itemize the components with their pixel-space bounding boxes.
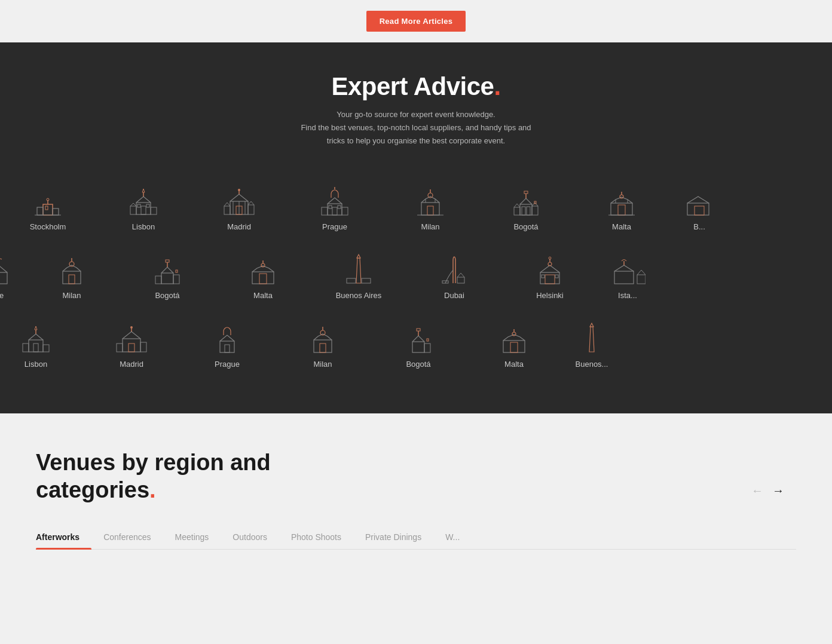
lisbon-icon (126, 183, 161, 216)
buenos-partial-icon (574, 321, 610, 354)
city-name-malta2: Malta (253, 291, 273, 300)
svg-rect-108 (424, 344, 430, 352)
bogota-icon (508, 183, 544, 216)
svg-rect-1 (45, 206, 48, 210)
city-item-milan2[interactable]: Milan (24, 246, 120, 303)
madrid-icon (221, 183, 257, 216)
svg-rect-44 (532, 206, 538, 215)
tab-meetings[interactable]: Meetings (175, 528, 221, 549)
svg-rect-94 (129, 344, 134, 352)
svg-rect-80 (555, 275, 558, 278)
city-item-helsinki[interactable]: Helsinki (502, 246, 598, 303)
city-item-malta[interactable]: Malta (574, 177, 669, 234)
svg-rect-73 (457, 277, 464, 283)
city-item-madrid2[interactable]: Madrid (84, 315, 179, 372)
city-item-prague2[interactable]: Prague (179, 315, 275, 372)
svg-rect-93 (123, 339, 140, 352)
city-item-prague[interactable]: Prague (287, 177, 383, 234)
tab-photo-shoots[interactable]: Photo Shoots (291, 528, 353, 549)
city-item-istanbul[interactable]: Ista... (598, 246, 657, 303)
bogota2-icon (149, 252, 185, 285)
svg-rect-99 (220, 341, 234, 352)
city-name-milan3: Milan (313, 360, 332, 369)
svg-point-48 (620, 195, 623, 198)
city-item-milan[interactable]: Milan (383, 177, 478, 234)
svg-marker-68 (356, 258, 361, 283)
city-item-malta2[interactable]: Malta (215, 246, 311, 303)
city-item-bogota2[interactable]: Bogotá (120, 246, 215, 303)
city-item-bogota[interactable]: Bogotá (478, 177, 574, 234)
tab-afterworks[interactable]: Afterworks (36, 528, 91, 549)
city-item-bogota3[interactable]: Bogotá (371, 315, 466, 372)
cities-row1: Stockholm (0, 171, 832, 240)
svg-rect-34 (427, 206, 433, 215)
city-item-milan3[interactable]: Milan (275, 315, 371, 372)
svg-marker-115 (590, 323, 594, 327)
svg-marker-90 (35, 326, 37, 330)
svg-rect-53 (0, 272, 7, 284)
svg-rect-52 (695, 206, 704, 215)
read-more-button[interactable]: Read More Articles (366, 11, 466, 32)
city-name-prague: Prague (322, 222, 347, 231)
svg-rect-9 (137, 204, 140, 207)
dubai-icon (436, 252, 472, 285)
svg-rect-47 (618, 205, 625, 215)
svg-rect-4 (37, 207, 43, 215)
svg-rect-43 (514, 207, 520, 215)
prague2-icon (209, 321, 245, 354)
svg-rect-100 (225, 345, 230, 352)
prague-icon (317, 183, 353, 216)
tab-partial[interactable]: W... (445, 528, 472, 549)
venues-title: Venues by region and categories. (36, 449, 271, 504)
bogota3-icon (400, 321, 436, 354)
cities-row2: ...gue Milan (0, 240, 796, 309)
cities-row3-container: ...holm Lisbon (0, 309, 760, 378)
malta-icon (604, 183, 640, 216)
city-item-lisbon2[interactable]: Lisbon (0, 315, 84, 372)
city-name-madrid: Madrid (227, 222, 251, 231)
svg-rect-28 (338, 206, 341, 208)
city-item-malta3[interactable]: Malta (466, 315, 562, 372)
partial-prague-icon (0, 252, 12, 285)
city-item-madrid[interactable]: Madrid (191, 177, 287, 234)
city-item-partial1[interactable]: B... (669, 177, 729, 234)
tab-private-dinings[interactable]: Private Dinings (365, 528, 433, 549)
svg-rect-79 (542, 275, 545, 278)
madrid2-icon (114, 321, 149, 354)
lisbon2-icon (18, 321, 54, 354)
city-name-dubai: Dubai (444, 291, 464, 300)
venues-section: Venues by region and categories. ← → Aft… (0, 413, 832, 550)
city-name-partial1: B... (693, 222, 705, 231)
tab-outdoors[interactable]: Outdoors (233, 528, 279, 549)
cities-row2-container: ...gue Milan (0, 240, 796, 309)
expert-subtitle: Your go-to source for expert event knowl… (0, 108, 832, 148)
tab-conferences[interactable]: Conferences (103, 528, 163, 549)
svg-rect-81 (614, 271, 634, 284)
city-item-buenos-partial[interactable]: Buenos... (562, 315, 622, 372)
milan3-icon (305, 321, 341, 354)
svg-rect-98 (140, 342, 146, 352)
svg-rect-107 (417, 329, 420, 331)
svg-point-103 (320, 330, 325, 335)
svg-rect-92 (43, 345, 49, 352)
malta2-icon (245, 252, 281, 285)
buenos-aires-icon (341, 252, 377, 285)
svg-rect-65 (259, 274, 267, 284)
city-name-lisbon2: Lisbon (25, 360, 47, 369)
city-name-bogota: Bogotá (513, 222, 538, 231)
city-item-dubai[interactable]: Dubai (406, 246, 502, 303)
malta3-icon (496, 321, 532, 354)
svg-rect-31 (421, 203, 439, 215)
svg-rect-61 (155, 276, 161, 284)
prev-arrow-button[interactable]: ← (751, 484, 763, 498)
nav-arrows: ← → (751, 484, 796, 498)
svg-rect-58 (161, 273, 173, 284)
next-arrow-button[interactable]: → (772, 484, 784, 498)
city-item-lisbon[interactable]: Lisbon (96, 177, 191, 234)
city-item-partial-prague[interactable]: ...gue (0, 246, 24, 303)
city-name-madrid2: Madrid (120, 360, 143, 369)
city-item-buenos-aires[interactable]: Buenos Aires (311, 246, 406, 303)
city-name-stockholm: Stockholm (30, 222, 66, 231)
svg-point-66 (261, 263, 265, 267)
city-item-stockholm[interactable]: Stockholm (0, 177, 96, 234)
